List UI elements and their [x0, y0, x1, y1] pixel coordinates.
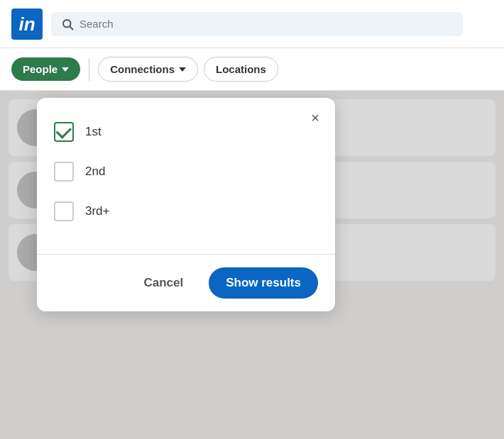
cancel-button[interactable]: Cancel: [135, 270, 192, 296]
linkedin-logo-text: in: [18, 15, 35, 33]
people-chevron-icon: [62, 67, 69, 72]
people-label: People: [23, 63, 57, 75]
checkbox-label-1st: 1st: [85, 125, 102, 139]
show-results-button[interactable]: Show results: [209, 267, 318, 299]
modal-body: 1st 2nd 3rd+: [37, 98, 335, 248]
search-bar[interactable]: [51, 12, 463, 36]
close-button[interactable]: ×: [308, 108, 322, 128]
checkbox-label-2nd: 2nd: [85, 165, 105, 179]
filter-separator: [89, 58, 89, 81]
connections-modal: × 1st 2nd 3rd+ Cancel Show results: [37, 98, 335, 311]
search-icon: [61, 18, 74, 30]
checkbox-label-3rd: 3rd+: [85, 204, 110, 218]
checkbox-item-2nd[interactable]: 2nd: [54, 152, 318, 191]
checkbox-1st[interactable]: [54, 122, 74, 142]
connections-chevron-icon: [179, 67, 186, 72]
filter-bar: People Connections Locations: [0, 48, 504, 91]
checkbox-item-3rd[interactable]: 3rd+: [54, 191, 318, 231]
main-area: × 1st 2nd 3rd+ Cancel Show results: [0, 91, 504, 439]
search-input[interactable]: [80, 18, 453, 30]
checkbox-item-1st[interactable]: 1st: [54, 112, 318, 152]
svg-line-1: [70, 26, 73, 29]
linkedin-logo: in: [11, 9, 43, 40]
connections-label: Connections: [110, 63, 175, 75]
locations-filter-button[interactable]: Locations: [204, 57, 278, 82]
connections-filter-button[interactable]: Connections: [98, 57, 198, 82]
people-filter-button[interactable]: People: [11, 57, 80, 81]
top-bar: in: [0, 0, 504, 48]
modal-footer: Cancel Show results: [37, 255, 335, 311]
locations-label: Locations: [216, 63, 266, 75]
checkbox-2nd[interactable]: [54, 162, 74, 182]
svg-point-0: [63, 20, 71, 28]
checkbox-3rd[interactable]: [54, 201, 74, 221]
